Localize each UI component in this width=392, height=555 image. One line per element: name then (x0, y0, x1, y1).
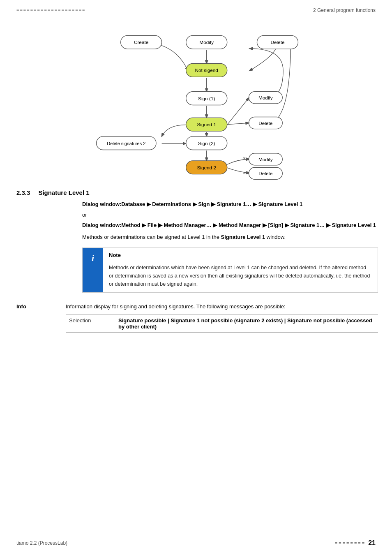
diagram-svg: Create Modify Delete Not sigend Sign (1)… (41, 21, 353, 185)
svg-text:Delete signatures 2: Delete signatures 2 (107, 141, 145, 146)
table-cell-col2: Signature possible | Signature 1 not pos… (115, 315, 378, 333)
note-box: i Note Methods or determinations which h… (82, 247, 378, 293)
section-title: Signature Level 1 (38, 189, 89, 196)
content-area: 2.3.3 Signature Level 1 Dialog window:Da… (16, 189, 378, 333)
svg-text:Not sigend: Not sigend (195, 67, 218, 73)
footer-page-number: 21 (368, 539, 376, 547)
header-dots-left: ==================== (16, 7, 85, 12)
svg-text:Sigend 2: Sigend 2 (197, 165, 216, 171)
nav-path-2: Dialog window:Method ▶ File ▶ Method Man… (82, 221, 378, 229)
svg-text:Modify: Modify (258, 95, 273, 101)
footer-dots-page: ======== 21 (335, 539, 376, 547)
svg-text:Delete: Delete (258, 120, 273, 126)
footer-product: tiamo 2.2 (ProcessLab) (16, 540, 67, 546)
svg-line-22 (227, 123, 249, 125)
svg-text:Delete: Delete (270, 39, 285, 45)
svg-text:Create: Create (134, 39, 149, 45)
svg-text:×: × (243, 155, 246, 161)
svg-line-17 (227, 98, 249, 125)
note-body: Methods or determinations which have bee… (109, 264, 372, 288)
svg-text:Delete: Delete (258, 171, 273, 176)
svg-text:×: × (243, 170, 246, 176)
section-content: Dialog window:Database ▶ Determinations … (82, 200, 378, 293)
header-section-label: 2 General program functions (313, 7, 376, 13)
footer-dots: ======== (335, 541, 366, 546)
or-text: or (82, 212, 378, 218)
section-number: 2.3.3 (16, 189, 30, 196)
info-content: Information display for signing and dele… (66, 303, 378, 333)
body-text: Methods or determinations can be signed … (82, 233, 378, 242)
svg-text:Modify: Modify (258, 157, 273, 162)
svg-text:Sign (2): Sign (2) (198, 141, 215, 146)
info-icon: i (92, 253, 94, 264)
nav-path-1: Dialog window:Database ▶ Determinations … (82, 200, 378, 208)
note-content: Note Methods or determinations which hav… (103, 248, 378, 292)
note-title: Note (109, 252, 372, 260)
footer: tiamo 2.2 (ProcessLab) ======== 21 (16, 539, 376, 547)
svg-text:Sign (1): Sign (1) (198, 96, 215, 102)
info-text: Information display for signing and dele… (66, 303, 378, 311)
info-table: Selection Signature possible | Signature… (66, 314, 378, 333)
page: ==================== 2 General program f… (0, 0, 392, 555)
info-label: Info (16, 303, 66, 310)
section-header: 2.3.3 Signature Level 1 (16, 189, 378, 196)
info-section: Info Information display for signing and… (16, 303, 378, 333)
note-icon-area: i (83, 248, 103, 292)
table-cell-col1: Selection (66, 315, 115, 333)
diagram-area: Create Modify Delete Not sigend Sign (1)… (41, 21, 353, 185)
svg-text:Signed 1: Signed 1 (197, 122, 216, 127)
svg-text:Modify: Modify (199, 39, 214, 45)
table-row: Selection Signature possible | Signature… (66, 315, 378, 333)
